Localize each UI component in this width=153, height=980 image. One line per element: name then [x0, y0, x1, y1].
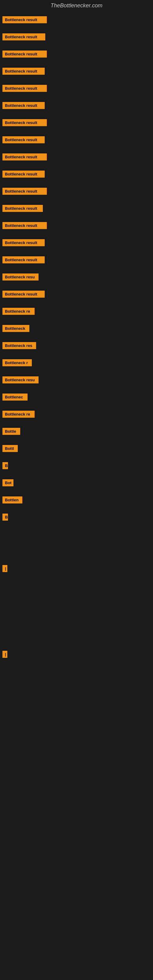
list-item: Bottleneck result — [0, 234, 153, 251]
list-item: Bottleneck result — [0, 251, 153, 269]
bottleneck-result-bar: Bottleneck result — [2, 102, 45, 109]
list-item: Bottl — [0, 440, 153, 457]
bottleneck-result-bar: Bottleneck result — [2, 239, 45, 246]
bottleneck-result-bar: Bottlen — [2, 496, 22, 503]
list-item: Bottleneck result — [0, 286, 153, 303]
bottleneck-result-bar: Bottleneck result — [2, 188, 47, 195]
bottleneck-result-bar: Bot — [2, 479, 13, 486]
list-item — [0, 595, 153, 612]
bottleneck-result-bar: Bottleneck re — [2, 308, 35, 315]
list-item: Bottleneck result — [0, 11, 153, 29]
list-item: Bot — [0, 474, 153, 492]
list-item: Bottle — [0, 423, 153, 440]
list-item: Bottleneck re — [0, 406, 153, 423]
list-item: | — [0, 560, 153, 577]
bottleneck-result-bar: Bottleneck result — [2, 256, 45, 263]
bottleneck-result-bar: | — [2, 565, 7, 572]
bottleneck-result-bar: Bottleneck resu — [2, 274, 38, 280]
bottleneck-result-bar: Bottleneck result — [2, 68, 45, 75]
list-item: Bottleneck result — [0, 166, 153, 183]
list-item: Bottleneck result — [0, 148, 153, 166]
bottleneck-result-bar: Bottleneck re — [2, 411, 35, 418]
bottleneck-result-bar: | — [2, 651, 7, 658]
list-item: Bottleneck re — [0, 303, 153, 320]
list-item: Bottleneck result — [0, 46, 153, 63]
list-item — [0, 629, 153, 646]
bottleneck-result-bar: Bottleneck result — [2, 16, 47, 23]
list-item: Bottlen — [0, 492, 153, 509]
list-item: Bottleneck result — [0, 131, 153, 148]
bottleneck-result-bar: Bottleneck result — [2, 222, 47, 229]
bottleneck-result-bar: Bottle — [2, 428, 20, 435]
list-item: Bottleneck result — [0, 80, 153, 97]
bottleneck-result-bar: Bottleneck result — [2, 205, 43, 212]
bottleneck-result-bar: Bottl — [2, 445, 18, 452]
bottleneck-result-bar: B — [2, 514, 8, 520]
list-item: | — [0, 646, 153, 663]
bottleneck-result-bar: Bottleneck — [2, 325, 29, 332]
list-item: Bottleneck result — [0, 200, 153, 217]
list-item: B — [0, 457, 153, 474]
bottleneck-result-bar: B — [2, 462, 8, 469]
list-item: Bottleneck result — [0, 114, 153, 131]
bottleneck-result-bar: Bottleneck result — [2, 291, 45, 298]
bottleneck-result-bar: Bottleneck r — [2, 359, 32, 366]
list-item: Bottleneck — [0, 320, 153, 337]
list-item: Bottleneck resu — [0, 269, 153, 286]
list-item: B — [0, 509, 153, 526]
bottleneck-result-bar: Bottleneck result — [2, 51, 47, 57]
list-item: Bottleneck res — [0, 337, 153, 354]
list-item: Bottleneck result — [0, 29, 153, 46]
bottleneck-result-bar: Bottlenec — [2, 393, 27, 401]
list-item — [0, 543, 153, 560]
list-item: Bottleneck result — [0, 183, 153, 200]
bottleneck-result-bar: Bottleneck result — [2, 170, 45, 178]
bottleneck-result-bar: Bottleneck result — [2, 85, 47, 92]
list-item — [0, 526, 153, 543]
bars-container: Bottleneck resultBottleneck resultBottle… — [0, 11, 153, 663]
site-title: TheBottlenecker.com — [0, 0, 153, 11]
bottleneck-result-bar: Bottleneck result — [2, 136, 45, 143]
bottleneck-result-bar: Bottleneck resu — [2, 376, 38, 383]
bottleneck-result-bar: Bottleneck result — [2, 153, 47, 161]
list-item: Bottleneck resu — [0, 371, 153, 389]
list-item: Bottleneck r — [0, 354, 153, 371]
bottleneck-result-bar: Bottleneck res — [2, 342, 36, 349]
list-item — [0, 612, 153, 629]
bottleneck-result-bar: Bottleneck result — [2, 119, 47, 126]
list-item: Bottleneck result — [0, 217, 153, 234]
bottleneck-result-bar: Bottleneck result — [2, 33, 45, 40]
list-item — [0, 577, 153, 595]
list-item: Bottlenec — [0, 389, 153, 406]
list-item: Bottleneck result — [0, 63, 153, 80]
list-item: Bottleneck result — [0, 97, 153, 114]
